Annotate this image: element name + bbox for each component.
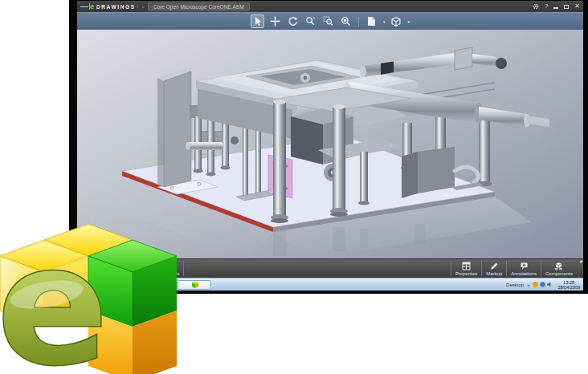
select-tool-button[interactable]: [251, 14, 264, 28]
zoom-area-icon: [323, 16, 333, 26]
brand-dash-icon: [80, 6, 88, 7]
annotations-icon: A: [520, 262, 529, 270]
brand-e-letter: e: [90, 3, 94, 10]
brand-name: DRAWINGS: [96, 4, 136, 10]
svg-text:A: A: [522, 263, 525, 267]
system-tray: [533, 282, 553, 288]
annotations-label: Annotations: [511, 271, 537, 276]
bottombar-separator: [183, 261, 184, 276]
properties-label: Properties: [455, 271, 477, 276]
view-toolbar: ▾ ▾: [77, 12, 583, 30]
components-cubes-icon: [554, 262, 563, 270]
select-arrow-icon: [252, 16, 263, 26]
screenshot-stage: e DRAWINGS ® » Core Open Microscope Core…: [0, 0, 588, 374]
breadcrumb-separator: »: [142, 4, 145, 9]
brand-trademark: ®: [137, 5, 139, 9]
markup-label: Markup: [486, 271, 502, 276]
pan-tool-button[interactable]: [268, 14, 282, 28]
zoom-tool-button[interactable]: [304, 14, 317, 28]
resize-grip-icon[interactable]: ◤: [577, 259, 583, 278]
stamp-page-icon: [366, 16, 376, 26]
zoom-fit-icon: [341, 16, 351, 26]
minimize-button[interactable]: [553, 4, 558, 9]
components-panel-button[interactable]: Components: [541, 259, 577, 278]
annotations-panel-button[interactable]: A Annotations: [507, 259, 541, 278]
desktop-toolbar-label[interactable]: Desktop: [506, 283, 524, 287]
maximize-button[interactable]: [564, 5, 569, 9]
title-bar[interactable]: e DRAWINGS ® » Core Open Microscope Core…: [77, 1, 583, 12]
zoom-fit-tool-button[interactable]: [339, 14, 353, 28]
minimize-icon: [553, 7, 558, 9]
markup-pencil-icon: [490, 262, 499, 270]
edrawings-mini-icon: [190, 280, 199, 289]
settings-gear-icon[interactable]: [533, 3, 539, 10]
edrawings-wordmark: e DRAWINGS ®: [80, 3, 139, 10]
taskbar-clock[interactable]: 13:28 28/04/2009: [556, 280, 582, 290]
clock-date: 28/04/2009: [557, 285, 580, 290]
stamp-dropdown-caret[interactable]: ▾: [383, 19, 386, 24]
taskbar-edrawings-button[interactable]: [178, 280, 211, 290]
stamp-view-button[interactable]: [365, 14, 378, 28]
toolbar-separator: [358, 17, 359, 26]
properties-panel-button[interactable]: Properties: [451, 259, 481, 278]
markup-panel-button[interactable]: Markup: [482, 259, 506, 278]
zoom-area-tool-button[interactable]: [321, 14, 335, 28]
tray-shield-icon[interactable]: [533, 282, 538, 288]
components-label: Components: [545, 271, 573, 276]
close-button[interactable]: ✕: [574, 2, 580, 10]
maximize-icon: [564, 5, 569, 9]
view-orientation-button[interactable]: [390, 14, 403, 28]
edrawings-logo: e: [0, 217, 182, 374]
desktop-chevron-icon[interactable]: »: [527, 283, 529, 287]
zoom-icon: [305, 16, 316, 26]
tray-volume-icon[interactable]: [547, 282, 553, 287]
rotate-icon: [288, 16, 298, 26]
help-button[interactable]: ?: [545, 2, 548, 10]
view-dropdown-caret[interactable]: ▾: [408, 19, 410, 24]
view-cube-icon: [390, 16, 402, 27]
tray-network-icon[interactable]: [540, 282, 545, 287]
document-title: Core Open Microscope CoreONE.ASM: [148, 2, 250, 11]
pan-icon: [270, 16, 280, 26]
rotate-tool-button[interactable]: [286, 14, 300, 28]
properties-icon: [462, 262, 471, 270]
